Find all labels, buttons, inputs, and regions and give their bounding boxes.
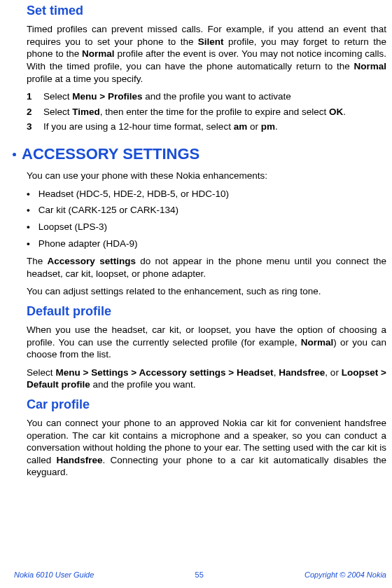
step-number: 2 <box>27 106 36 118</box>
bullet-icon: • <box>27 238 30 250</box>
bold: Menu > Profiles <box>72 91 142 102</box>
page-footer: Nokia 6010 User Guide 55 Copyright © 200… <box>14 570 386 580</box>
bold: Normal <box>82 48 115 59</box>
footer-left: Nokia 6010 User Guide <box>14 570 94 580</box>
step-item: 2 Select Timed, then enter the time for … <box>27 106 386 118</box>
text: Select <box>43 91 72 102</box>
default-profile-select: Select Menu > Settings > Accessory setti… <box>27 367 386 391</box>
list-item: •Phone adapter (HDA-9) <box>27 238 386 250</box>
bold: Accessory settings <box>48 256 136 266</box>
accessory-list: •Headset (HDC-5, HDE-2, HDB-5, or HDC-10… <box>27 188 386 249</box>
accessory-adjust: You can adjust settings related to the e… <box>27 285 386 298</box>
default-profile-desc: When you use the headset, car kit, or lo… <box>27 324 386 361</box>
text: profile at a time you specify. <box>27 74 143 84</box>
bullet-icon: • <box>27 221 30 233</box>
bold: am <box>234 121 248 132</box>
text: and the profile you want to activate <box>142 91 290 102</box>
heading-set-timed: Set timed <box>27 3 386 19</box>
list-text: Car kit (CARK-125 or CARK-134) <box>38 204 178 217</box>
bold: Handsfree <box>279 367 325 378</box>
text: , then enter the time for the profile to… <box>100 107 329 117</box>
set-timed-intro: Timed profiles can prevent missed calls.… <box>27 23 386 85</box>
list-text: Headset (HDC-5, HDE-2, HDB-5, or HDC-10) <box>38 188 229 200</box>
bold: pm <box>261 121 275 132</box>
step-number: 3 <box>27 121 36 133</box>
step-text: Select Timed, then enter the time for th… <box>43 106 346 118</box>
text: If you are using a 12-hour time format, … <box>43 121 234 132</box>
list-text: Loopset (LPS-3) <box>38 221 107 233</box>
car-profile-desc: You can connect your phone to an approve… <box>27 417 386 479</box>
bold: OK <box>329 107 343 117</box>
bullet-icon: • <box>27 204 30 217</box>
text: , or <box>325 367 341 378</box>
footer-page-number: 55 <box>195 570 204 580</box>
text: . <box>343 107 346 117</box>
bullet-icon: • <box>27 188 30 200</box>
step-text: Select Menu > Profiles and the profile y… <box>43 90 291 103</box>
text: Select <box>43 107 72 117</box>
bold: Silent <box>198 36 224 47</box>
accessory-intro: You can use your phone with these Nokia … <box>27 170 386 182</box>
set-timed-steps: 1 Select Menu > Profiles and the profile… <box>27 90 386 133</box>
bold: Timed <box>72 107 100 117</box>
heading-default-profile: Default profile <box>27 303 386 320</box>
text: The <box>27 256 48 266</box>
accessory-note: The Accessory settings do not appear in … <box>27 255 386 280</box>
list-item: •Headset (HDC-5, HDE-2, HDB-5, or HDC-10… <box>27 188 386 200</box>
step-text: If you are using a 12-hour time format, … <box>43 121 278 133</box>
bold: Normal <box>301 337 334 348</box>
footer-right: Copyright © 2004 Nokia <box>304 570 386 580</box>
heading-car-profile: Car profile <box>27 397 386 413</box>
list-text: Phone adapter (HDA-9) <box>38 238 138 250</box>
bold: Handsfree <box>56 455 102 465</box>
heading-accessory-settings: ACCESSORY SETTINGS <box>22 144 200 165</box>
heading-accessory-wrap: ACCESSORY SETTINGS <box>14 139 386 170</box>
text: and the profile you want. <box>90 379 196 390</box>
bold: Normal <box>354 61 386 71</box>
step-item: 1 Select Menu > Profiles and the profile… <box>27 90 386 103</box>
list-item: •Car kit (CARK-125 or CARK-134) <box>27 204 386 217</box>
bold: Menu > Settings > Accessory settings > H… <box>55 367 273 378</box>
text: or <box>247 121 261 132</box>
text: . <box>275 121 278 132</box>
list-item: •Loopset (LPS-3) <box>27 221 386 233</box>
text: Select <box>27 367 55 378</box>
step-number: 1 <box>27 90 36 103</box>
bullet-icon <box>13 153 16 156</box>
step-item: 3 If you are using a 12-hour time format… <box>27 121 386 133</box>
